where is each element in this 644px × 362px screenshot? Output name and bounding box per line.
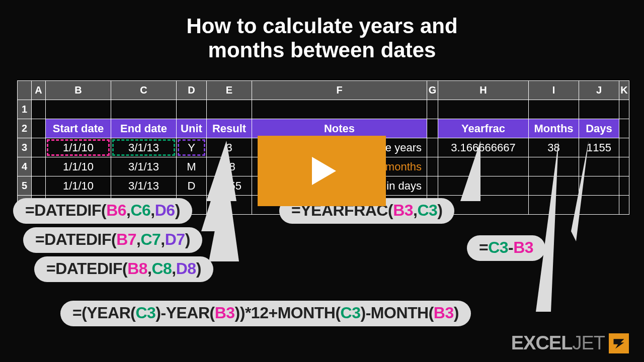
col-header: A xyxy=(32,81,46,100)
cell-b3: 1/1/10 xyxy=(46,138,111,157)
cell xyxy=(207,100,252,119)
cell-b5: 1/1/10 xyxy=(46,176,111,196)
col-header: E xyxy=(207,81,252,100)
header-yearfrac: Yearfrac xyxy=(438,119,529,138)
svg-marker-7 xyxy=(614,339,624,348)
logo-icon xyxy=(609,333,629,353)
title-line-2: months between dates xyxy=(0,38,644,62)
formula-diff: =C3-B3 xyxy=(467,235,545,261)
callout-pointer xyxy=(201,171,242,266)
callout-pointer xyxy=(460,141,501,206)
col-header: D xyxy=(177,81,207,100)
svg-marker-5 xyxy=(571,141,589,241)
cell xyxy=(619,100,629,119)
svg-marker-2 xyxy=(209,171,239,261)
col-header: J xyxy=(579,81,619,100)
play-icon xyxy=(302,151,342,191)
col-header: K xyxy=(619,81,629,100)
cell xyxy=(619,176,629,196)
col-header: I xyxy=(529,81,579,100)
cell xyxy=(32,100,46,119)
cell xyxy=(438,100,529,119)
header-start-date: Start date xyxy=(46,119,111,138)
col-header: F xyxy=(252,81,427,100)
cell xyxy=(32,176,46,196)
cell xyxy=(46,100,111,119)
svg-marker-6 xyxy=(312,157,336,185)
header-months: Months xyxy=(529,119,579,138)
cell xyxy=(427,100,438,119)
row-header: 2 xyxy=(18,119,32,138)
cell xyxy=(427,176,438,196)
svg-marker-4 xyxy=(536,141,558,312)
formula-datedif-3: =DATEDIF(B8,C8,D8) xyxy=(34,256,213,282)
cell xyxy=(427,157,438,176)
row-header: 1 xyxy=(18,100,32,119)
cell xyxy=(619,119,629,138)
cell-b4: 1/1/10 xyxy=(46,157,111,176)
cell xyxy=(32,119,46,138)
play-button[interactable] xyxy=(258,136,386,206)
exceljet-logo: EXCELJET xyxy=(511,332,629,354)
row-header: 3 xyxy=(18,138,32,157)
col-header: G xyxy=(427,81,438,100)
cell xyxy=(619,138,629,157)
row-header: 4 xyxy=(18,157,32,176)
cell xyxy=(111,100,177,119)
cell-c4: 3/1/13 xyxy=(111,157,177,176)
callout-pointer xyxy=(571,141,601,246)
cell xyxy=(427,138,438,157)
cell xyxy=(427,119,438,138)
cell xyxy=(177,100,207,119)
cell xyxy=(32,138,46,157)
formula-year-month: =(YEAR(C3)-YEAR(B3))*12+MONTH(C3)-MONTH(… xyxy=(60,301,471,326)
corner-cell xyxy=(18,81,32,100)
cell xyxy=(529,100,579,119)
col-header: C xyxy=(111,81,177,100)
cell xyxy=(619,196,629,215)
row-header: 5 xyxy=(18,176,32,196)
title-line-1: How to calculate years and xyxy=(0,14,644,38)
formula-datedif-2: =DATEDIF(B7,C7,D7) xyxy=(23,227,202,253)
cell xyxy=(579,100,619,119)
header-unit: Unit xyxy=(177,119,207,138)
cell-c5: 3/1/13 xyxy=(111,176,177,196)
col-header: B xyxy=(46,81,111,100)
page-title: How to calculate years and months betwee… xyxy=(0,14,644,63)
svg-marker-3 xyxy=(460,141,480,201)
header-end-date: End date xyxy=(111,119,177,138)
header-result: Result xyxy=(207,119,252,138)
cell-c3: 3/1/13 xyxy=(111,138,177,157)
formula-datedif-1: =DATEDIF(B6,C6,D6) xyxy=(13,198,192,224)
col-header: H xyxy=(438,81,529,100)
cell xyxy=(619,157,629,176)
header-days: Days xyxy=(579,119,619,138)
cell xyxy=(252,100,427,119)
header-notes: Notes xyxy=(252,119,427,138)
cell xyxy=(32,157,46,176)
